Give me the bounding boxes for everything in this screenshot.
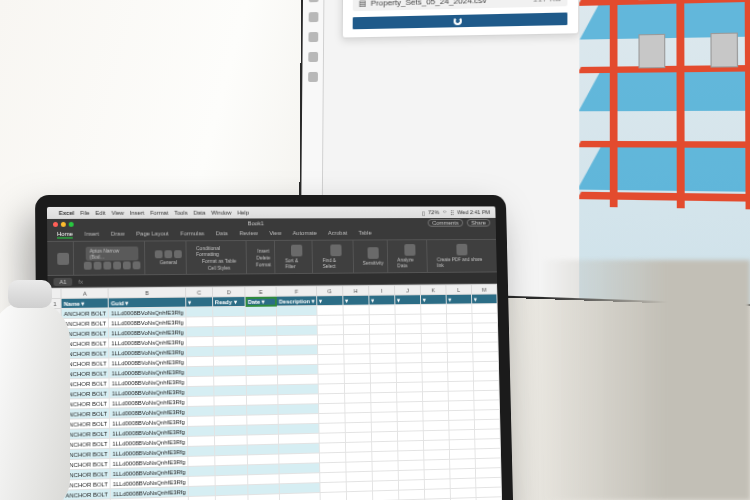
table-header-cell[interactable]: ▾	[369, 295, 395, 305]
control-center-icon[interactable]: ⠿	[450, 209, 454, 216]
cell[interactable]	[186, 336, 213, 346]
alignment-group[interactable]: General	[151, 241, 187, 274]
cell[interactable]	[447, 333, 473, 343]
worksheet-grid[interactable]: ABCDEFGHIJKLM1Name ▾Guid ▾ ▾Ready ▾Date …	[48, 284, 503, 500]
cell[interactable]: ANCHOR BOLT	[61, 318, 108, 329]
cell[interactable]	[423, 420, 449, 430]
menubar-clock[interactable]: Wed 2:41 PM	[457, 209, 490, 215]
ribbon-toolbar[interactable]: Aptos Narrow (Bod… General Conditional F…	[47, 240, 497, 276]
ribbon-tab[interactable]: View	[269, 230, 281, 238]
menu-item[interactable]: Insert	[130, 210, 145, 216]
cell[interactable]	[186, 327, 213, 337]
cell[interactable]	[421, 343, 447, 353]
cell[interactable]	[369, 324, 395, 334]
cell[interactable]	[448, 400, 474, 410]
border-icon[interactable]	[113, 261, 121, 269]
cell[interactable]	[247, 395, 278, 406]
sort-filter-icon[interactable]	[291, 245, 302, 257]
cell[interactable]	[397, 411, 423, 421]
align-left-icon[interactable]	[155, 250, 163, 258]
cell[interactable]	[280, 493, 321, 500]
cell[interactable]	[187, 416, 214, 427]
ribbon-item[interactable]: Cell Styles	[208, 264, 231, 270]
cell[interactable]	[188, 496, 215, 500]
cell[interactable]	[371, 402, 397, 412]
column-header[interactable]: H	[343, 286, 369, 296]
rail-icon[interactable]	[308, 12, 318, 22]
cell[interactable]	[343, 315, 369, 325]
find-group[interactable]: Find & Select	[318, 241, 353, 273]
cell[interactable]	[344, 344, 370, 354]
ribbon-tab-home[interactable]: Home	[57, 231, 73, 239]
ribbon-tab[interactable]: Table	[358, 230, 371, 238]
ribbon-item[interactable]: Analyze Data	[397, 257, 423, 269]
menu-item[interactable]: Window	[211, 210, 231, 216]
cell[interactable]	[187, 376, 214, 386]
menu-item[interactable]: Help	[237, 210, 249, 216]
cell[interactable]	[369, 305, 395, 315]
cell[interactable]	[246, 365, 277, 375]
cell[interactable]	[345, 403, 371, 413]
cell[interactable]	[448, 410, 474, 420]
cell[interactable]	[396, 343, 422, 353]
table-header-cell[interactable]: ▾	[446, 294, 472, 304]
cells-group[interactable]: Insert Delete Format	[252, 241, 276, 273]
cell[interactable]	[187, 396, 214, 407]
cell[interactable]	[422, 362, 448, 372]
cell[interactable]	[422, 391, 448, 401]
menu-item[interactable]: Format	[150, 210, 168, 216]
cell[interactable]	[474, 400, 500, 410]
table-header-cell[interactable]: ▾	[471, 294, 497, 304]
cell[interactable]	[447, 323, 473, 333]
cell[interactable]	[472, 323, 498, 333]
cell[interactable]	[449, 420, 475, 430]
cell[interactable]	[213, 336, 246, 346]
column-header[interactable]: G	[316, 286, 342, 296]
cell[interactable]	[277, 315, 317, 325]
ribbon-item[interactable]: Format	[256, 261, 271, 267]
cell[interactable]	[474, 419, 500, 429]
cell[interactable]	[247, 375, 278, 385]
fill-color-icon[interactable]	[123, 261, 131, 269]
cell[interactable]	[213, 346, 246, 356]
cell[interactable]	[448, 391, 474, 401]
table-header-cell[interactable]: ▾	[395, 295, 421, 305]
cell[interactable]	[213, 356, 246, 366]
cell[interactable]	[395, 324, 421, 334]
column-header[interactable]: E	[245, 286, 276, 296]
cell[interactable]	[422, 382, 448, 392]
cell[interactable]	[344, 354, 370, 364]
cell[interactable]	[421, 323, 447, 333]
cell[interactable]	[246, 316, 277, 326]
cell[interactable]	[246, 345, 277, 355]
ribbon-tab[interactable]: Acrobat	[328, 230, 347, 238]
cell[interactable]	[370, 344, 396, 354]
cell[interactable]	[245, 306, 276, 316]
rail-icon[interactable]	[308, 52, 318, 62]
cell[interactable]	[422, 352, 448, 362]
cell[interactable]: ANCHOR BOLT	[61, 308, 108, 319]
cell[interactable]	[372, 490, 398, 500]
cell[interactable]	[318, 374, 344, 384]
cell[interactable]	[318, 364, 344, 374]
cell[interactable]	[277, 325, 317, 335]
ribbon-tab[interactable]: Draw	[111, 231, 125, 239]
table-header-cell[interactable]: ▾	[420, 294, 446, 304]
cell[interactable]	[421, 333, 447, 343]
ribbon-tab[interactable]: Review	[239, 230, 258, 238]
menubar-app-name[interactable]: Excel	[59, 210, 74, 216]
cell[interactable]	[318, 403, 344, 413]
table-header-cell[interactable]: Ready ▾	[212, 297, 245, 307]
cell[interactable]	[318, 354, 344, 364]
ribbon-item[interactable]: Sensitivity	[363, 260, 384, 266]
wifi-icon[interactable]: ⌔	[443, 209, 447, 215]
cell[interactable]	[186, 366, 213, 376]
window-controls[interactable]	[53, 221, 74, 226]
cell[interactable]	[343, 324, 369, 334]
cell[interactable]	[247, 385, 278, 396]
cell[interactable]	[421, 314, 447, 324]
menu-item[interactable]: Tools	[174, 210, 188, 216]
cell[interactable]	[397, 392, 423, 402]
table-header-cell[interactable]: ▾	[317, 296, 343, 306]
ribbon-item[interactable]: Conditional Formatting	[196, 244, 242, 256]
